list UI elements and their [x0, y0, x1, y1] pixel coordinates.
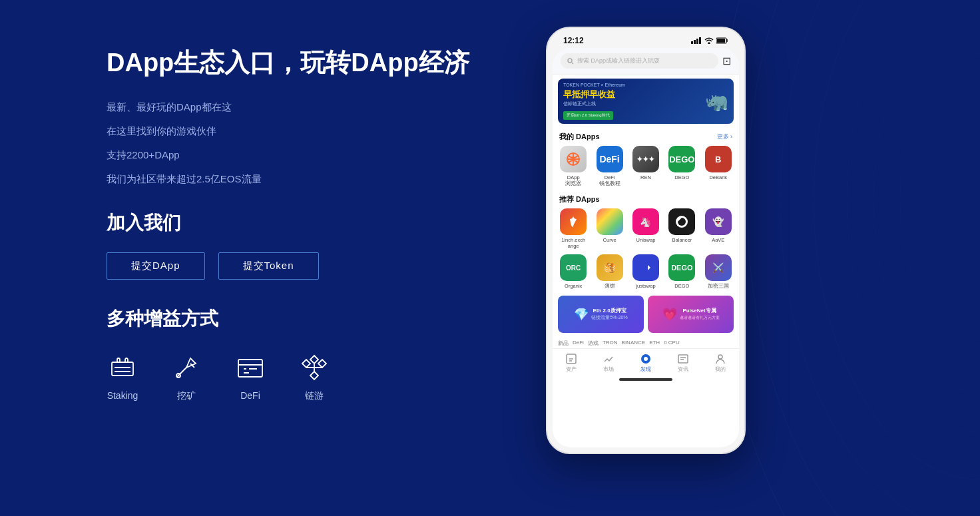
dapp-browser-icon	[560, 146, 587, 172]
cat-binance[interactable]: BINANCE	[622, 340, 646, 347]
dapp-justswap-icon	[632, 254, 659, 281]
svg-point-17	[568, 59, 572, 63]
staking-icon	[107, 352, 138, 384]
cat-0cpu[interactable]: 0 CPU	[664, 340, 680, 347]
phone-mockup: 12:12	[546, 27, 746, 454]
submit-dapp-button[interactable]: 提交DApp	[107, 252, 205, 280]
dapp-item-balancer[interactable]: Balancer	[666, 208, 698, 249]
svg-rect-12	[696, 39, 698, 44]
dapp-ren-icon: ✦✦✦	[632, 146, 659, 172]
dapp-uniswap-label: Uniswap	[636, 237, 656, 243]
dapp-balancer-label: Balancer	[672, 237, 692, 243]
dapp-dego-icon: DEGO	[668, 146, 695, 172]
dapp-dego2-label: DEGO	[674, 283, 689, 289]
benefit-staking: Staking	[107, 352, 138, 401]
mining-icon	[170, 352, 202, 384]
nav-mine-label: 我的	[715, 366, 726, 373]
dapp-item-aave[interactable]: 👻 AaVE	[702, 208, 734, 249]
category-tabs: 新品 DeFi 游戏 TRON BINANCE ETH 0 CPU	[553, 337, 739, 348]
recommended-dapps-grid-1: 1inch.exchange Curve 🦄 Uniswap	[553, 207, 739, 253]
search-input-area[interactable]: 搜索 DApp或输入链接进入玩耍	[561, 53, 718, 69]
dapp-uniswap-icon: 🦄	[632, 208, 659, 235]
feature-item-3: 支持2200+DApp	[107, 147, 493, 163]
promo-pulse-text: PulseNet专属邀请邀请有礼万元方案	[680, 308, 720, 322]
dapp-item-dego[interactable]: DEGO DEGO	[666, 146, 698, 186]
dapp-balancer-icon	[668, 208, 695, 235]
promo-card-pulse[interactable]: 💗 PulseNet专属邀请邀请有礼万元方案	[648, 296, 734, 333]
dapp-item-debank[interactable]: B DeBank	[702, 146, 734, 186]
svg-rect-13	[699, 37, 701, 44]
dapp-item-curve[interactable]: Curve	[594, 208, 626, 249]
dapp-defi-icon: DeFi	[597, 146, 623, 172]
cat-tron[interactable]: TRON	[603, 340, 618, 347]
my-dapps-title: 我的 DApps	[559, 132, 600, 142]
dapp-aave-icon: 👻	[705, 208, 732, 235]
nav-discover[interactable]: 发现	[640, 353, 652, 373]
dapp-pancake-label: 薄饼	[605, 283, 615, 289]
svg-point-22	[644, 357, 648, 361]
phone-mockup-container: 12:12	[546, 27, 759, 454]
nav-market[interactable]: 市场	[603, 353, 614, 373]
dapp-item-pancake[interactable]: 🥞 薄饼	[594, 254, 626, 289]
dapp-item-organix[interactable]: ORC Organix	[557, 254, 589, 289]
scan-icon[interactable]: ⊡	[722, 55, 731, 67]
dapp-organix-icon: ORC	[560, 254, 587, 281]
feature-item-4: 我们为社区带来超过2.5亿EOS流量	[107, 171, 493, 187]
nav-assets[interactable]: 资产	[565, 353, 577, 373]
dapp-item-1inch[interactable]: 1inch.exchange	[557, 208, 589, 249]
phone-search-bar[interactable]: 搜索 DApp或输入链接进入玩耍 ⊡	[553, 48, 739, 75]
benefits-row: Staking 挖矿 DeFi 链游	[107, 352, 493, 402]
svg-rect-7	[112, 362, 133, 376]
dapp-item-ren[interactable]: ✦✦✦ REN	[630, 146, 662, 186]
dapp-item-defi[interactable]: DeFi DeFi钱包教程	[594, 146, 626, 186]
nav-mine[interactable]: 我的	[714, 353, 726, 373]
dapp-crypto3kingdoms-icon: ⚔️	[705, 254, 732, 281]
dapp-ren-label: REN	[640, 174, 651, 180]
cat-defi[interactable]: DeFi	[573, 340, 584, 347]
chain-game-label: 链游	[305, 390, 324, 402]
staking-label: Staking	[107, 390, 138, 401]
feature-list: 最新、最好玩的DApp都在这 在这里找到你的游戏伙伴 支持2200+DApp 我…	[107, 99, 493, 187]
svg-rect-10	[691, 41, 693, 44]
mining-label: 挖矿	[177, 390, 196, 402]
promo-card-eth[interactable]: 💎 Eth 2.0质押宝链接流量5%-20%	[558, 296, 644, 333]
cat-games[interactable]: 游戏	[588, 340, 599, 347]
phone-time: 12:12	[563, 36, 584, 45]
dapp-dego2-icon: DEGO	[668, 254, 695, 281]
dapp-aave-label: AaVE	[712, 237, 724, 243]
cat-eth[interactable]: ETH	[649, 340, 660, 347]
phone-bottom-nav: 资产 市场 发现 资讯	[553, 348, 739, 376]
dapp-item-browser[interactable]: DApp浏览器	[557, 146, 589, 186]
banner-badge: 开启Eth 2.0 Staking时代	[563, 111, 613, 120]
dapp-item-crypto3kingdoms[interactable]: ⚔️ 加密三国	[702, 254, 734, 289]
dapp-item-justswap[interactable]: justswap	[630, 254, 662, 289]
recommended-dapps-header: 推荐 DApps	[553, 190, 739, 207]
nav-news[interactable]: 资讯	[677, 353, 689, 373]
cat-new[interactable]: 新品	[558, 340, 569, 347]
my-dapps-grid: DApp浏览器 DeFi DeFi钱包教程 ✦✦✦ REN DEGO	[553, 144, 739, 190]
dapp-curve-icon	[597, 208, 623, 235]
svg-rect-23	[678, 355, 688, 363]
svg-rect-11	[694, 40, 696, 44]
recommended-dapps-title: 推荐 DApps	[559, 194, 600, 204]
phone-screen: 搜索 DApp或输入链接进入玩耍 ⊡ TOKEN POCKET × Ethere…	[553, 48, 739, 447]
nav-assets-label: 资产	[566, 366, 577, 373]
dapp-item-dego2[interactable]: DEGO DEGO	[666, 254, 698, 289]
banner-main: 早抵押早收益	[563, 89, 625, 101]
my-dapps-more[interactable]: 更多 ›	[717, 132, 733, 141]
defi-icon	[234, 352, 266, 384]
phone-status-icons	[691, 37, 728, 44]
dapp-dego-label: DEGO	[674, 174, 689, 180]
nav-news-label: 资讯	[678, 366, 688, 373]
dapp-crypto3kingdoms-label: 加密三国	[708, 283, 729, 289]
svg-point-24	[718, 355, 722, 359]
submit-token-button[interactable]: 提交Token	[218, 252, 319, 280]
dapp-organix-label: Organix	[565, 283, 582, 289]
feature-item-2: 在这里找到你的游戏伙伴	[107, 123, 493, 139]
main-title: DApp生态入口，玩转DApp经济	[107, 47, 493, 79]
banner-rhino-icon: 🦏	[705, 91, 728, 113]
benefits-title: 多种增益方式	[107, 306, 493, 332]
benefit-chain-game: 链游	[298, 352, 330, 402]
dapp-item-uniswap[interactable]: 🦄 Uniswap	[630, 208, 662, 249]
dapp-justswap-label: justswap	[636, 283, 655, 289]
